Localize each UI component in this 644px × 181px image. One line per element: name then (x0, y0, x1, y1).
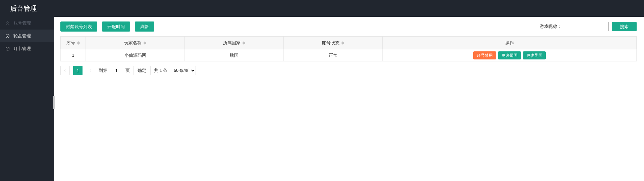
search-button[interactable]: 搜索 (612, 22, 637, 31)
chevron-left-icon (63, 69, 67, 72)
page-size-select[interactable]: 50 条/页 (171, 66, 196, 75)
sidebar-item-accounts[interactable]: 账号管理 (0, 17, 54, 30)
sidebar-item-monthcard[interactable]: 月卡管理 (0, 42, 54, 55)
change-wu-button[interactable]: 更改吴国 (523, 51, 546, 59)
search-label: 游戏昵称： (540, 24, 561, 30)
toolbar: 封禁账号列表 开服时间 刷新 游戏昵称： 搜索 (60, 21, 637, 32)
cell-country: 魏国 (185, 49, 284, 61)
th-country[interactable]: 所属国家 (185, 37, 284, 49)
change-shu-button[interactable]: 更改蜀国 (498, 51, 521, 59)
open-time-button[interactable]: 开服时间 (102, 21, 130, 32)
user-icon (5, 20, 10, 26)
prev-page-button[interactable] (60, 66, 70, 75)
sort-icon (243, 41, 245, 45)
next-page-button[interactable] (86, 66, 95, 75)
cell-status: 正常 (284, 49, 383, 61)
sidebar-collapse-handle[interactable] (53, 96, 55, 109)
refresh-button[interactable]: 刷新 (135, 21, 154, 32)
sort-icon (144, 41, 146, 45)
th-name[interactable]: 玩家名称 (86, 37, 185, 49)
search-group: 游戏昵称： 搜索 (540, 22, 637, 31)
page-unit-label: 页 (125, 67, 130, 74)
pagination: 1 到第 页 确定 共 1 条 50 条/页 (60, 65, 637, 76)
svg-point-0 (7, 21, 8, 23)
sidebar-item-label: 轮盘管理 (13, 33, 31, 39)
sidebar: 账号管理 轮盘管理 月卡管理 (0, 17, 54, 181)
th-actions: 操作 (383, 37, 637, 49)
table-row: 1 小仙源码网 魏国 正常 账号禁用 更改蜀国 更改吴国 (61, 49, 637, 61)
cell-index: 1 (61, 49, 86, 61)
badge-icon (5, 46, 10, 51)
banned-list-button[interactable]: 封禁账号列表 (60, 21, 97, 32)
page-number[interactable]: 1 (73, 66, 83, 75)
search-input[interactable] (565, 22, 608, 31)
disable-account-button[interactable]: 账号禁用 (473, 51, 496, 59)
data-table: 序号 玩家名称 所属国家 账号状态 操作 (60, 36, 637, 61)
body: 账号管理 轮盘管理 月卡管理 封禁账号列表 开服时间 刷新 (0, 17, 644, 181)
sidebar-item-label: 账号管理 (13, 20, 31, 26)
shield-check-icon (5, 33, 10, 39)
sort-icon (77, 41, 80, 45)
cell-name: 小仙源码网 (86, 49, 185, 61)
chevron-right-icon (89, 69, 92, 72)
total-label: 共 1 条 (154, 67, 167, 74)
sort-icon (341, 41, 344, 45)
goto-confirm-button[interactable]: 确定 (133, 66, 151, 75)
cell-actions: 账号禁用 更改蜀国 更改吴国 (383, 49, 637, 61)
sidebar-item-label: 月卡管理 (13, 46, 31, 52)
goto-page-input[interactable] (111, 66, 122, 75)
app-title: 后台管理 (10, 4, 37, 13)
sidebar-item-roulette[interactable]: 轮盘管理 (0, 30, 54, 42)
svg-point-1 (7, 48, 8, 49)
app-root: 后台管理 账号管理 轮盘管理 月卡管理 (0, 0, 644, 181)
th-index[interactable]: 序号 (61, 37, 86, 49)
th-status[interactable]: 账号状态 (284, 37, 383, 49)
goto-label: 到第 (99, 67, 107, 74)
main-content: 封禁账号列表 开服时间 刷新 游戏昵称： 搜索 序号 (54, 17, 644, 181)
header: 后台管理 (0, 0, 644, 17)
